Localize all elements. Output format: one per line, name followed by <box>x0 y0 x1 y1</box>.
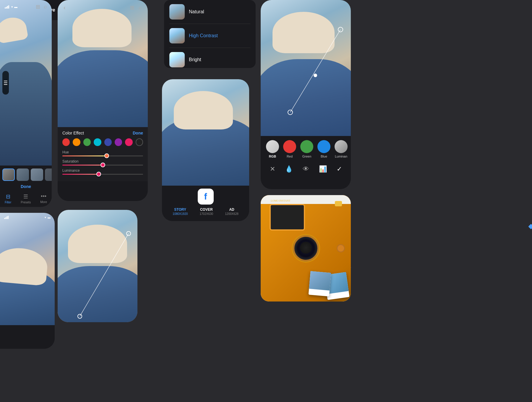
format-ad[interactable]: AD 1200X628 <box>225 208 239 215</box>
color-blue[interactable] <box>104 138 112 146</box>
thumb-1[interactable] <box>2 168 15 181</box>
color-pink[interactable] <box>125 138 132 146</box>
sig-bar1 <box>5 7 6 9</box>
saturation-thumb[interactable] <box>100 163 105 167</box>
filter-item-bright[interactable]: Bright <box>164 48 256 68</box>
channel-luminance[interactable]: Luminan <box>335 140 348 158</box>
ad-label: AD <box>229 208 234 212</box>
ce-header: Color Effect Done <box>62 131 143 135</box>
bar-line <box>4 84 7 85</box>
crop-icon-2[interactable]: ⊞ <box>130 4 134 11</box>
camera-image: LOMO INSTANT <box>261 195 351 302</box>
battery-icon: ▬ <box>14 5 17 9</box>
phone1-actions: ⊞ ⌕ <box>36 4 47 10</box>
channel-blue[interactable]: Blue <box>317 140 330 158</box>
check-tool-icon[interactable]: ✓ <box>337 165 342 173</box>
hat-shape <box>0 15 28 44</box>
format-options: STORY 1080X1920 COVER 1702X630 AD 1200X6… <box>167 208 244 215</box>
top-actions: ⊞ ⌕ <box>130 4 142 11</box>
format-cover[interactable]: COVER 1702X630 <box>200 208 213 215</box>
done-btn[interactable]: Done <box>21 184 31 189</box>
phone-channels: RGB Red Green Blue Luminan ✕ 💧 👁 📊 ✓ <box>261 0 351 189</box>
channel-red[interactable]: Red <box>283 140 296 158</box>
wifi-icon-6: ▾ <box>45 216 46 219</box>
filter-thumb-inner-b <box>169 52 185 67</box>
channel-rgb[interactable]: RGB <box>266 140 279 158</box>
phone4-bottom-toolbar: ✕ 💧 👁 📊 ✓ <box>261 162 351 176</box>
polaroid-2 <box>309 271 331 296</box>
more-tab-label: More <box>40 200 47 204</box>
color-purple[interactable] <box>115 138 122 146</box>
saturation-slider-row: Saturation <box>62 159 143 166</box>
phone2-image: ‹ ⊞ ⌕ <box>58 0 148 127</box>
close-tool-icon[interactable]: ✕ <box>270 165 275 173</box>
color-green[interactable] <box>83 138 91 146</box>
polaroid-img-2 <box>309 271 331 291</box>
filter-item-high-contrast[interactable]: High Contrast <box>164 24 256 48</box>
phone-main: ‹ ⊞ ⌕ Color Effect Done Hue <box>58 0 148 201</box>
color-circles <box>62 138 143 146</box>
hat4-shape <box>273 12 335 53</box>
thumb-2[interactable] <box>17 168 29 181</box>
thumb-3[interactable] <box>31 168 43 181</box>
ce-done-btn[interactable]: Done <box>133 131 143 135</box>
saturation-fill <box>62 165 103 166</box>
luminance-label: Luminance <box>62 168 143 173</box>
color-dark[interactable] <box>136 138 143 146</box>
luminance-track[interactable] <box>62 174 143 175</box>
sig-bar4 <box>8 5 9 9</box>
phone-format: f STORY 1080X1920 COVER 1702X630 AD 1200… <box>162 79 249 221</box>
tab-filter[interactable]: ⊟ Filter <box>5 193 11 204</box>
wifi-icon: ▾ <box>11 5 13 9</box>
shutter-button[interactable] <box>337 244 345 252</box>
drop-icon[interactable]: 💧 <box>285 165 293 173</box>
sig6-4 <box>8 216 9 219</box>
filter-item-natural[interactable]: Natural <box>164 0 256 24</box>
story-label: STORY <box>174 208 186 212</box>
back-icon[interactable]: ‹ <box>64 4 66 11</box>
signal-icon <box>5 5 9 9</box>
color-orange[interactable] <box>73 138 80 146</box>
channel-green[interactable]: Green <box>300 140 313 158</box>
rgb-label: RGB <box>269 155 276 158</box>
format-story[interactable]: STORY 1080X1920 <box>173 208 188 215</box>
jacket5-bg <box>58 266 137 322</box>
color-effect-panel: Color Effect Done Hue Saturation <box>58 127 148 181</box>
saturation-track[interactable] <box>62 165 143 166</box>
luminance-thumb[interactable] <box>96 172 101 176</box>
more-icon: ••• <box>41 193 46 200</box>
chart-icon[interactable]: 📊 <box>319 165 327 173</box>
phone1-image: ▾ ▬ ⊞ ⌕ <box>0 0 52 166</box>
hue-label: Hue <box>62 150 143 154</box>
color-red[interactable] <box>62 138 70 146</box>
bottom-tabs: ⊟ Filter ☰ Presets ••• More <box>0 190 52 206</box>
phone1-topbar: ▾ ▬ ⊞ ⌕ <box>0 0 52 14</box>
fb-icon-row: f <box>167 189 244 205</box>
phone6-statusbar: ▾ ▬ <box>0 216 55 219</box>
crop-icon[interactable]: ⊞ <box>36 4 40 10</box>
filter-list-panel: Natural High Contrast Bright <box>164 0 256 68</box>
presets-tab-label: Presets <box>21 201 31 204</box>
color-cyan[interactable] <box>94 138 101 146</box>
signal-icon-6 <box>4 216 9 219</box>
thumbnail-strip <box>0 167 52 183</box>
search-icon-2[interactable]: ⌕ <box>139 4 142 11</box>
lum-circle <box>335 140 348 153</box>
facebook-icon: f <box>198 189 214 205</box>
phone5-image <box>58 210 137 322</box>
tab-more[interactable]: ••• More <box>40 193 47 204</box>
green-label: Green <box>302 155 312 158</box>
hue-track[interactable] <box>62 155 143 156</box>
search-icon[interactable]: ⌕ <box>44 4 47 10</box>
hue-thumb[interactable] <box>104 153 109 158</box>
battery-icon-6: ▬ <box>48 216 51 219</box>
bar-line <box>4 82 7 83</box>
vertical-toolbar[interactable] <box>2 71 9 95</box>
thumb-4[interactable] <box>45 168 52 181</box>
filter-thumb-high-contrast <box>169 28 185 43</box>
tab-presets[interactable]: ☰ Presets <box>21 193 31 204</box>
hat3-shape <box>174 91 233 129</box>
eye-icon[interactable]: 👁 <box>303 165 309 173</box>
status-bar: ▾ ▬ <box>5 5 17 9</box>
channels-row: RGB Red Green Blue Luminan <box>261 136 351 162</box>
